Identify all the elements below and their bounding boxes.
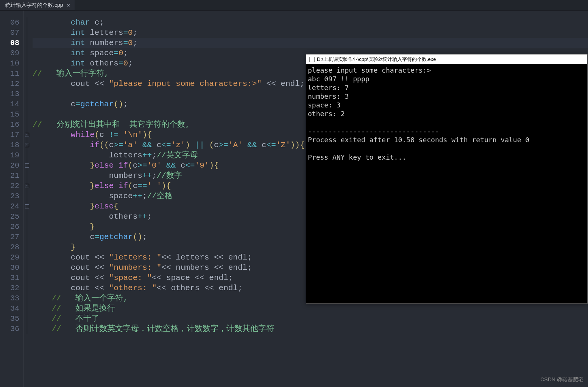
token-str: "letters: " (109, 253, 162, 262)
fold-gutter-cell[interactable]: - (23, 160, 30, 171)
token-plain: letters (90, 28, 123, 37)
line-number: 28 (0, 242, 23, 252)
console-title-bar[interactable]: D:\上机课实验作业\cpp\实验2\统计输入字符的个数.exe (306, 54, 587, 64)
token-cmt2: // (51, 294, 75, 303)
code-line[interactable]: int numbers=0; (33, 38, 588, 48)
code-line[interactable]: // 不干了 (33, 314, 588, 324)
fold-toggle-icon[interactable]: - (25, 143, 29, 147)
fold-gutter-cell (23, 293, 30, 303)
token-punc: ( (209, 141, 214, 149)
token-plain: ; (133, 39, 138, 47)
token-plain: c (133, 182, 138, 190)
line-number: 22 (0, 181, 23, 191)
token-plain: ; (123, 100, 128, 109)
token-punc: () (114, 100, 123, 109)
token-op: >= (114, 141, 123, 149)
console-output[interactable]: please input some characters:> abc 097 !… (306, 64, 587, 163)
token-kw: int (71, 59, 85, 68)
token-punc: } (71, 243, 76, 252)
code-line[interactable]: int letters=0; (33, 28, 588, 38)
line-number: 33 (0, 293, 23, 303)
token-fn: getchar (80, 100, 114, 109)
fold-gutter-cell (23, 99, 30, 109)
token-str: ' ' (147, 182, 162, 190)
tab-file[interactable]: 统计输入字符的个数.cpp × (0, 0, 75, 10)
token-plain: others (109, 212, 138, 221)
token-plain: c (133, 161, 138, 170)
line-number-gutter: 0607080910111213141516171819202122232425… (0, 11, 23, 387)
token-plain: numbers (176, 263, 209, 272)
fold-toggle-icon[interactable]: - (25, 184, 29, 188)
token-plain: c (109, 141, 114, 149)
token-plain: ; (238, 284, 243, 292)
fold-gutter-cell (23, 38, 30, 48)
code-line[interactable]: // 否则计数英文字母，计数空格，计数数字，计数其他字符 (33, 324, 588, 334)
code-line[interactable]: char c; (33, 17, 588, 28)
token-plain: ; (128, 59, 133, 68)
token-op: = (123, 39, 128, 47)
fold-gutter-cell (23, 273, 30, 283)
token-str: "please input some characters:>" (109, 79, 262, 88)
token-plain: c (95, 18, 100, 27)
token-plain: ; (99, 18, 104, 27)
token-cmt: 否则计数英文字母，计数空格，计数数字，计数其他字符 (75, 325, 274, 333)
fold-gutter-cell[interactable]: - (23, 181, 30, 191)
line-number: 06 (0, 17, 23, 28)
token-plain: ; (152, 171, 157, 180)
fold-toggle-icon[interactable]: - (25, 204, 29, 208)
token-kw: int (71, 28, 85, 37)
token-punc: { (114, 202, 119, 211)
token-plain: space (90, 49, 114, 58)
fold-gutter-cell[interactable]: - (23, 130, 30, 140)
token-cmt2: // (51, 325, 75, 333)
token-num: 0 (119, 49, 123, 58)
fold-gutter-cell (23, 252, 30, 263)
token-plain: c (71, 100, 76, 109)
fold-gutter-cell (23, 242, 30, 252)
fold-gutter-cell (23, 191, 30, 201)
fold-toggle-icon[interactable]: - (25, 163, 29, 168)
token-plain (85, 39, 90, 47)
line-number: 36 (0, 324, 23, 334)
token-punc: { (300, 141, 305, 149)
token-punc: { (147, 131, 152, 139)
line-number: 21 (0, 171, 23, 181)
line-number: 24 (0, 201, 23, 211)
token-plain: << (90, 284, 109, 292)
token-plain: << (209, 263, 228, 272)
line-number: 12 (0, 79, 23, 89)
line-number: 35 (0, 314, 23, 324)
token-op: = (119, 59, 123, 68)
line-number: 25 (0, 211, 23, 222)
token-plain: << (157, 284, 171, 292)
token-str: '0' (147, 161, 162, 170)
token-kw: char (71, 18, 90, 27)
code-line[interactable]: // 如果是换行 (33, 303, 588, 314)
fold-gutter-cell[interactable]: - (23, 201, 30, 211)
token-punc: { (214, 161, 219, 170)
token-str: 'a' (123, 141, 138, 149)
token-op: ++ (142, 151, 152, 160)
line-number: 17 (0, 130, 23, 140)
token-str: 'Z' (276, 141, 290, 149)
line-number: 31 (0, 273, 23, 283)
token-kw: int (71, 39, 85, 47)
token-punc: } (90, 182, 95, 190)
token-plain: << (90, 274, 109, 282)
fold-gutter-cell[interactable]: - (23, 140, 30, 150)
token-str: "numbers: " (109, 263, 162, 272)
close-icon[interactable]: × (67, 2, 70, 8)
line-number: 11 (0, 68, 23, 79)
fold-toggle-icon[interactable]: - (25, 133, 29, 137)
token-op: != (109, 131, 119, 139)
token-plain: << (161, 253, 176, 262)
token-plain: letters (176, 253, 209, 262)
token-op: >= (137, 161, 147, 170)
fold-gutter-cell (23, 79, 30, 89)
token-plain: ; (123, 49, 128, 58)
token-punc: (( (99, 141, 109, 149)
line-number: 27 (0, 232, 23, 242)
console-window[interactable]: D:\上机课实验作业\cpp\实验2\统计输入字符的个数.exe please … (306, 54, 588, 304)
token-op: && (142, 141, 152, 149)
token-op: = (95, 233, 100, 241)
